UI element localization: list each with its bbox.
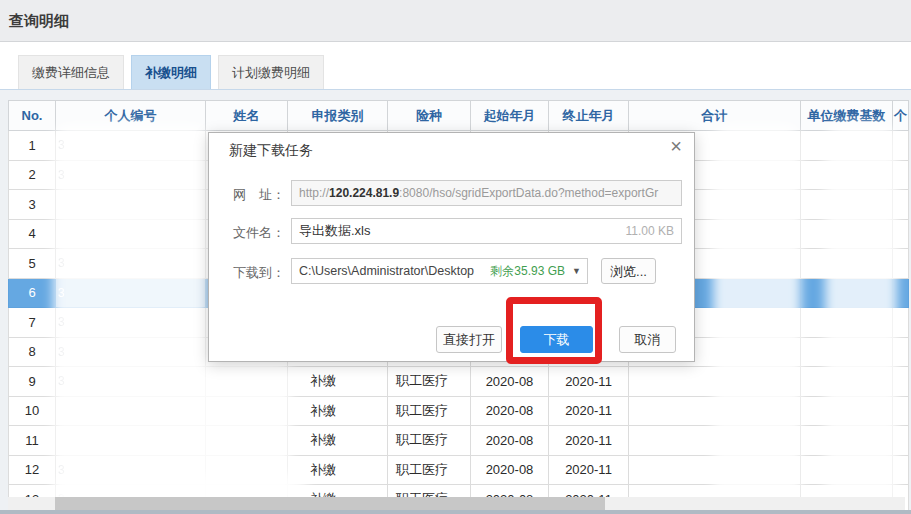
cell-extra[interactable] xyxy=(893,426,909,456)
redaction-total-column xyxy=(720,131,794,507)
cell-extra[interactable] xyxy=(893,160,909,190)
destination-label: 下载到： xyxy=(209,264,285,282)
redaction-base-column xyxy=(832,131,890,507)
destination-dropdown[interactable]: C:\Users\Administrator\Desktop剩余35.93 GB… xyxy=(291,258,588,284)
url-label: 网 址： xyxy=(209,186,285,204)
destination-path: C:\Users\Administrator\Desktop xyxy=(299,264,474,278)
cell-extra[interactable] xyxy=(893,396,909,426)
column-header: 合计 xyxy=(629,101,801,131)
cell-no[interactable]: 9 xyxy=(9,367,56,397)
cell-extra[interactable] xyxy=(893,131,909,161)
cell-extra[interactable] xyxy=(893,190,909,220)
cell-start[interactable]: 2020-08 xyxy=(471,455,549,485)
tab-1[interactable]: 补缴明细 xyxy=(131,55,211,89)
bottom-edge xyxy=(0,510,911,514)
column-header: 个人编号 xyxy=(56,101,206,131)
cell-end[interactable]: 2020-11 xyxy=(549,367,629,397)
cell-declaration[interactable]: 补缴 xyxy=(288,426,388,456)
cell-insurance[interactable]: 职工医疗 xyxy=(388,396,471,426)
cell-end[interactable]: 2020-11 xyxy=(549,396,629,426)
url-prefix: http:// xyxy=(299,186,329,200)
cell-start[interactable]: 2020-08 xyxy=(471,426,549,456)
cell-no[interactable]: 12 xyxy=(9,455,56,485)
title-bar: 查询明细 xyxy=(0,0,911,42)
column-header: No. xyxy=(9,101,56,131)
cell-extra[interactable] xyxy=(893,367,909,397)
column-header: 险种 xyxy=(388,101,471,131)
tab-strip: 缴费详细信息补缴明细计划缴费明细 xyxy=(0,43,911,90)
cell-extra[interactable] xyxy=(893,455,909,485)
column-header: 姓名 xyxy=(206,101,288,131)
filename-input[interactable]: 导出数据.xls11.00 KB xyxy=(291,218,682,244)
cell-no[interactable]: 7 xyxy=(9,308,56,338)
app-window: 查询明细 缴费详细信息补缴明细计划缴费明细 No.个人编号姓名申报类别险种起始年… xyxy=(0,0,911,514)
horizontal-scrollbar-thumb[interactable] xyxy=(55,497,605,511)
file-size: 11.00 KB xyxy=(626,219,674,243)
cell-insurance[interactable]: 职工医疗 xyxy=(388,426,471,456)
cell-declaration[interactable]: 补缴 xyxy=(288,396,388,426)
cell-start[interactable]: 2020-08 xyxy=(471,367,549,397)
cancel-button[interactable]: 取消 xyxy=(619,326,676,353)
column-header: 起始年月 xyxy=(471,101,549,131)
free-space: 剩余35.93 GB xyxy=(490,259,565,283)
column-header: 申报类别 xyxy=(288,101,388,131)
cell-start[interactable]: 2020-08 xyxy=(471,396,549,426)
dialog-title: 新建下载任务 xyxy=(229,142,313,160)
url-host: 120.224.81.9 xyxy=(329,186,399,200)
cell-no[interactable]: 4 xyxy=(9,219,56,249)
url-field: http://120.224.81.9:8080/hso/sgridExport… xyxy=(291,180,682,206)
column-header: 个 xyxy=(893,101,909,131)
close-icon[interactable]: × xyxy=(670,136,682,156)
download-dialog: 新建下载任务 × 网 址： http://120.224.81.9:8080/h… xyxy=(208,132,695,362)
chevron-down-icon: ▼ xyxy=(572,259,581,283)
cell-extra[interactable] xyxy=(893,219,909,249)
column-header: 单位缴费基数 xyxy=(801,101,893,131)
cell-declaration[interactable]: 补缴 xyxy=(288,455,388,485)
table-header-row: No.个人编号姓名申报类别险种起始年月终止年月合计单位缴费基数个 xyxy=(9,101,909,131)
cell-insurance[interactable]: 职工医疗 xyxy=(388,455,471,485)
filename-value: 导出数据.xls xyxy=(299,223,371,238)
cell-no[interactable]: 3 xyxy=(9,190,56,220)
filename-label: 文件名： xyxy=(209,224,285,242)
cell-end[interactable]: 2020-11 xyxy=(549,455,629,485)
cell-insurance[interactable]: 职工医疗 xyxy=(388,367,471,397)
cell-end[interactable]: 2020-11 xyxy=(549,426,629,456)
cell-extra[interactable] xyxy=(893,308,909,338)
horizontal-scrollbar-track[interactable] xyxy=(8,497,905,511)
column-header: 终止年月 xyxy=(549,101,629,131)
tab-2[interactable]: 计划缴费明细 xyxy=(218,55,324,89)
cell-no[interactable]: 5 xyxy=(9,249,56,279)
open-directly-button[interactable]: 直接打开 xyxy=(436,326,502,353)
browse-button[interactable]: 浏览... xyxy=(601,258,656,284)
cell-no[interactable]: 11 xyxy=(9,426,56,456)
cell-extra[interactable] xyxy=(893,337,909,367)
cell-no[interactable]: 10 xyxy=(9,396,56,426)
tab-0[interactable]: 缴费详细信息 xyxy=(18,55,124,89)
page-title: 查询明细 xyxy=(9,12,69,31)
cell-extra[interactable] xyxy=(893,249,909,279)
cell-declaration[interactable]: 补缴 xyxy=(288,367,388,397)
cell-no[interactable]: 2 xyxy=(9,160,56,190)
cell-no[interactable]: 8 xyxy=(9,337,56,367)
redaction-id-column xyxy=(60,131,202,507)
url-rest: :8080/hso/sgridExportData.do?method=expo… xyxy=(399,186,658,200)
cell-extra[interactable] xyxy=(893,278,909,308)
cell-no[interactable]: 6 xyxy=(9,278,56,308)
cell-no[interactable]: 1 xyxy=(9,131,56,161)
red-highlight-annotation xyxy=(506,297,602,364)
